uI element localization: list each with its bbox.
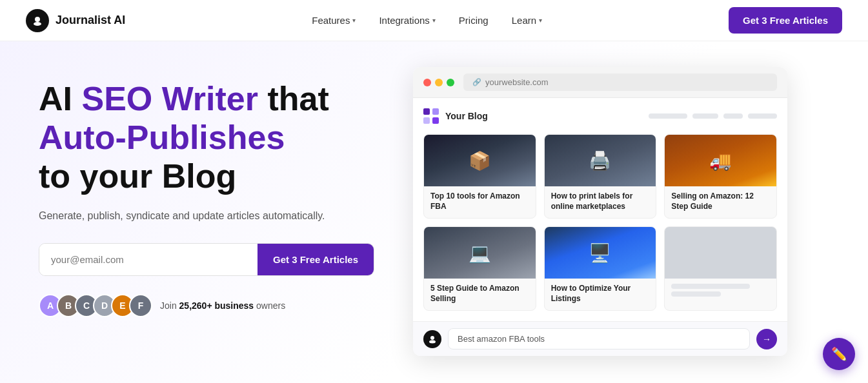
card-body: Selling on Amazon: 12 Step Guide bbox=[665, 186, 776, 218]
placeholder-line bbox=[671, 291, 720, 297]
card-body: How to print labels for online marketpla… bbox=[545, 186, 656, 218]
card-body: Top 10 tools for Amazon FBA bbox=[424, 186, 536, 218]
card-image bbox=[545, 135, 656, 186]
chat-logo-icon bbox=[423, 330, 441, 348]
close-icon[interactable] bbox=[423, 79, 431, 86]
card-title: How to Optimize Your Listings bbox=[551, 284, 650, 304]
nav-cta-button[interactable]: Get 3 Free Articles bbox=[729, 7, 842, 34]
browser-url-bar[interactable]: 🔗 yourwebsite.com bbox=[463, 74, 777, 91]
chat-bar: Best amazon FBA tools → bbox=[413, 321, 787, 356]
article-card[interactable]: Selling on Amazon: 12 Step Guide bbox=[664, 134, 777, 219]
article-card[interactable]: How to Optimize Your Listings bbox=[544, 226, 657, 311]
card-body: 5 Step Guide to Amazon Selling bbox=[424, 279, 536, 310]
social-proof: A B C D E F Join 25,260+ business owners bbox=[39, 294, 374, 317]
logo-icon bbox=[26, 9, 49, 32]
chevron-down-icon: ▾ bbox=[539, 17, 542, 24]
card-image-placeholder bbox=[665, 227, 776, 279]
social-proof-text: Join 25,260+ business owners bbox=[160, 300, 285, 311]
svg-point-0 bbox=[35, 17, 40, 22]
hero-subtitle: Generate, publish, syndicate and update … bbox=[39, 208, 374, 224]
link-icon: 🔗 bbox=[472, 78, 481, 86]
browser-window: 🔗 yourwebsite.com Your Blog bbox=[413, 67, 787, 356]
hero-left: AI SEO Writer that Auto-Publishes to you… bbox=[39, 74, 374, 317]
hero-title: AI SEO Writer that Auto-Publishes to you… bbox=[39, 80, 374, 195]
article-card-placeholder bbox=[664, 226, 777, 311]
card-image bbox=[545, 227, 656, 279]
card-image bbox=[424, 135, 536, 186]
card-title: Selling on Amazon: 12 Step Guide bbox=[671, 192, 770, 211]
blog-logo-icon bbox=[423, 108, 439, 124]
svg-point-3 bbox=[429, 340, 436, 343]
browser-bar: 🔗 yourwebsite.com bbox=[413, 67, 787, 98]
card-image bbox=[665, 135, 776, 186]
svg-point-2 bbox=[430, 336, 434, 340]
email-form: Get 3 Free Articles bbox=[39, 243, 374, 276]
article-card[interactable]: How to print labels for online marketpla… bbox=[544, 134, 657, 219]
minimize-icon[interactable] bbox=[435, 79, 443, 86]
nav-item-features[interactable]: Features ▾ bbox=[312, 15, 356, 26]
article-card[interactable]: 5 Step Guide to Amazon Selling bbox=[423, 226, 536, 311]
svg-point-1 bbox=[34, 22, 41, 26]
nav-links: Features ▾ Integrations ▾ Pricing Learn … bbox=[312, 15, 542, 26]
nav-line bbox=[692, 113, 718, 119]
nav-item-learn[interactable]: Learn ▾ bbox=[512, 15, 542, 26]
articles-grid: Top 10 tools for Amazon FBA How to print… bbox=[423, 134, 777, 311]
chat-input[interactable]: Best amazon FBA tools bbox=[448, 328, 750, 349]
avatar: F bbox=[129, 294, 152, 317]
maximize-icon[interactable] bbox=[447, 79, 454, 86]
blog-nav-lines bbox=[649, 113, 777, 119]
nav-line bbox=[748, 113, 777, 119]
navbar: Journalist AI Features ▾ Integrations ▾ … bbox=[0, 0, 868, 41]
browser-dots bbox=[423, 79, 454, 86]
card-title: Top 10 tools for Amazon FBA bbox=[430, 192, 529, 211]
nav-item-pricing[interactable]: Pricing bbox=[459, 15, 489, 26]
nav-line bbox=[723, 113, 743, 119]
card-body bbox=[665, 279, 776, 303]
card-body: How to Optimize Your Listings bbox=[545, 279, 656, 310]
browser-content: Your Blog Top 10 tools for Amazon FBA bbox=[413, 98, 787, 321]
blog-header: Your Blog bbox=[423, 108, 777, 124]
blog-name: Your Blog bbox=[445, 111, 488, 121]
placeholder-line bbox=[671, 284, 750, 289]
hero-section: AI SEO Writer that Auto-Publishes to you… bbox=[0, 41, 868, 383]
chevron-down-icon: ▾ bbox=[432, 17, 436, 24]
chat-widget-button[interactable]: ✏️ bbox=[823, 338, 855, 370]
browser-mockup: 🔗 yourwebsite.com Your Blog bbox=[413, 67, 829, 356]
nav-line bbox=[649, 113, 687, 119]
article-card[interactable]: Top 10 tools for Amazon FBA bbox=[423, 134, 536, 219]
card-title: 5 Step Guide to Amazon Selling bbox=[430, 284, 529, 304]
logo[interactable]: Journalist AI bbox=[26, 9, 125, 32]
chat-input-text: Best amazon FBA tools bbox=[458, 334, 545, 344]
email-input[interactable] bbox=[39, 244, 257, 275]
chat-widget-icon: ✏️ bbox=[831, 346, 847, 362]
url-text: yourwebsite.com bbox=[485, 77, 549, 87]
avatars: A B C D E F bbox=[39, 294, 152, 317]
card-title: How to print labels for online marketpla… bbox=[551, 192, 650, 211]
chat-send-button[interactable]: → bbox=[756, 329, 777, 349]
email-cta-button[interactable]: Get 3 Free Articles bbox=[257, 244, 374, 275]
card-image bbox=[424, 227, 536, 279]
nav-item-integrations[interactable]: Integrations ▾ bbox=[379, 15, 435, 26]
chevron-down-icon: ▾ bbox=[352, 17, 356, 24]
logo-text: Journalist AI bbox=[56, 14, 125, 27]
